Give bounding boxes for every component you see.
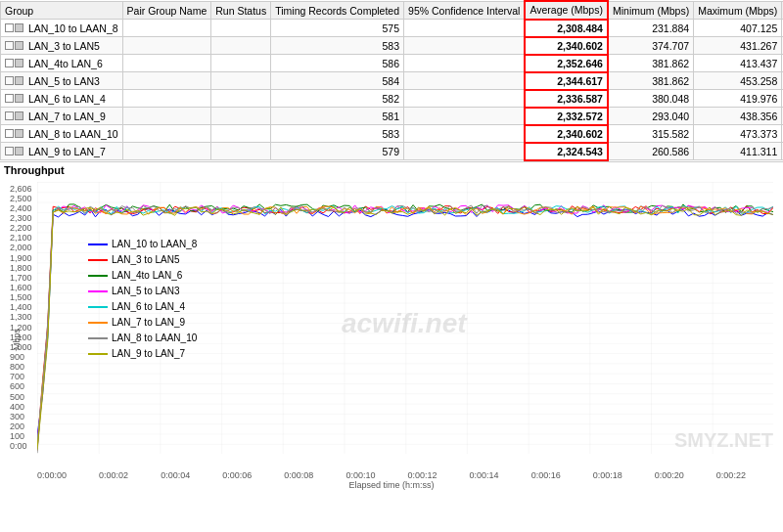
maximum-cell: 438.356 [694, 108, 782, 125]
y-label: 1,200 [10, 323, 32, 332]
x-label: 0:00:02 [99, 470, 128, 480]
minimum-cell: 231.884 [608, 20, 694, 37]
group-cell: LAN_9 to LAN_7 [1, 143, 123, 160]
table-row: LAN_3 to LAN5 583 2,340.602 374.707 431.… [1, 37, 784, 55]
y-label: 2,400 [10, 203, 32, 213]
pair-group-cell [122, 143, 211, 160]
x-label: 0:00:10 [345, 470, 375, 480]
y-label: 1,400 [10, 302, 32, 312]
group-header: Group [1, 1, 123, 20]
legend-item: LAN_4to LAN_6 [88, 268, 197, 284]
run-status-cell [211, 37, 271, 55]
x-label: 0:00:00 [37, 470, 67, 480]
y-label: 800 [10, 362, 32, 372]
legend-label: LAN_3 to LAN5 [112, 252, 180, 268]
maximum-cell: 453.258 [694, 72, 782, 90]
minimum-cell: 374.707 [608, 37, 694, 55]
legend-label: LAN_6 to LAN_4 [112, 299, 185, 315]
timing-cell: 581 [271, 108, 404, 125]
x-label: 0:00:22 [716, 470, 746, 480]
run-status-header: Run Status [211, 1, 271, 20]
x-axis-title: Elapsed time (h:m:ss) [0, 480, 783, 490]
average-cell: 2,308.484 [525, 20, 608, 37]
legend-label: LAN_4to LAN_6 [112, 268, 182, 284]
average-cell: 2,352.646 [525, 55, 608, 72]
maximum-cell: 411.311 [694, 143, 782, 160]
y-label: 1,700 [10, 273, 32, 283]
timing-header: Timing Records Completed [271, 1, 404, 20]
y-label: 2,606 [10, 184, 32, 194]
chart-legend: LAN_10 to LAAN_8LAN_3 to LAN5LAN_4to LAN… [88, 237, 197, 362]
group-cell: LAN_4to LAN_6 [1, 55, 123, 72]
timing-cell: 584 [271, 72, 404, 90]
table-row: LAN_9 to LAN_7 579 2,324.543 260.586 411… [1, 143, 784, 160]
x-label: 0:00:14 [470, 470, 499, 480]
confidence-cell [404, 143, 526, 160]
run-status-cell [211, 55, 271, 72]
x-label: 0:00:12 [407, 470, 437, 480]
average-cell: 2,332.572 [525, 108, 608, 125]
average-cell: 2,340.602 [525, 37, 608, 55]
confidence-cell [404, 108, 526, 125]
group-cell: LAN_3 to LAN5 [1, 37, 123, 55]
y-label: 2,100 [10, 233, 32, 243]
pair-group-cell [122, 125, 211, 143]
table-row: LAN_8 to LAAN_10 583 2,340.602 315.582 4… [1, 125, 784, 143]
pair-group-cell [122, 20, 211, 37]
minimum-cell: 293.040 [608, 108, 694, 125]
x-label: 0:00:18 [593, 470, 622, 480]
minimum-header: Minimum (Mbps) [608, 1, 694, 20]
average-cell: 2,324.543 [525, 143, 608, 160]
maximum-cell: 407.125 [694, 20, 782, 37]
y-label: 1,600 [10, 283, 32, 292]
group-cell: LAN_5 to LAN3 [1, 72, 123, 90]
legend-item: LAN_3 to LAN5 [88, 252, 197, 268]
timing-cell: 586 [271, 55, 404, 72]
average-cell: 2,340.602 [525, 125, 608, 143]
timing-cell: 583 [271, 125, 404, 143]
run-status-cell [211, 125, 271, 143]
legend-item: LAN_9 to LAN_7 [88, 346, 197, 362]
maximum-cell: 413.437 [694, 55, 782, 72]
run-status-cell [211, 90, 271, 108]
legend-label: LAN_9 to LAN_7 [112, 346, 185, 362]
legend-label: LAN_7 to LAN_9 [112, 315, 185, 331]
chart-title: Throughput [0, 162, 783, 178]
confidence-header: 95% Confidence Interval [404, 1, 526, 20]
y-label: 1,000 [10, 342, 32, 352]
x-label: 0:00:06 [222, 470, 252, 480]
y-label: 0:00 [10, 441, 32, 451]
minimum-cell: 380.048 [608, 90, 694, 108]
y-label: 500 [10, 392, 32, 402]
confidence-cell [404, 125, 526, 143]
pair-group-header: Pair Group Name [122, 1, 211, 20]
timing-cell: 575 [271, 20, 404, 37]
y-label: 700 [10, 372, 32, 381]
run-status-cell [211, 108, 271, 125]
y-label: 400 [10, 402, 32, 412]
throughput-chart: Throughput Mbps 2,6062,5002,4002,3002,20… [0, 161, 783, 494]
y-label: 2,200 [10, 223, 32, 233]
y-label: 1,800 [10, 263, 32, 273]
run-status-cell [211, 143, 271, 160]
minimum-cell: 381.862 [608, 55, 694, 72]
y-label: 1,900 [10, 253, 32, 263]
legend-item: LAN_10 to LAAN_8 [88, 237, 197, 252]
group-cell: LAN_8 to LAAN_10 [1, 125, 123, 143]
maximum-cell: 419.976 [694, 90, 782, 108]
y-label: 1,100 [10, 332, 32, 342]
maximum-cell: 473.373 [694, 125, 782, 143]
confidence-cell [404, 90, 526, 108]
maximum-cell: 431.267 [694, 37, 782, 55]
y-label: 100 [10, 431, 32, 441]
y-label: 300 [10, 412, 32, 421]
minimum-cell: 315.582 [608, 125, 694, 143]
pair-group-cell [122, 72, 211, 90]
y-label: 2,300 [10, 213, 32, 223]
timing-cell: 583 [271, 37, 404, 55]
y-label: 1,300 [10, 312, 32, 322]
group-cell: LAN_10 to LAAN_8 [1, 20, 123, 37]
x-label: 0:00:16 [531, 470, 561, 480]
average-cell: 2,344.617 [525, 72, 608, 90]
legend-label: LAN_5 to LAN3 [112, 284, 180, 299]
